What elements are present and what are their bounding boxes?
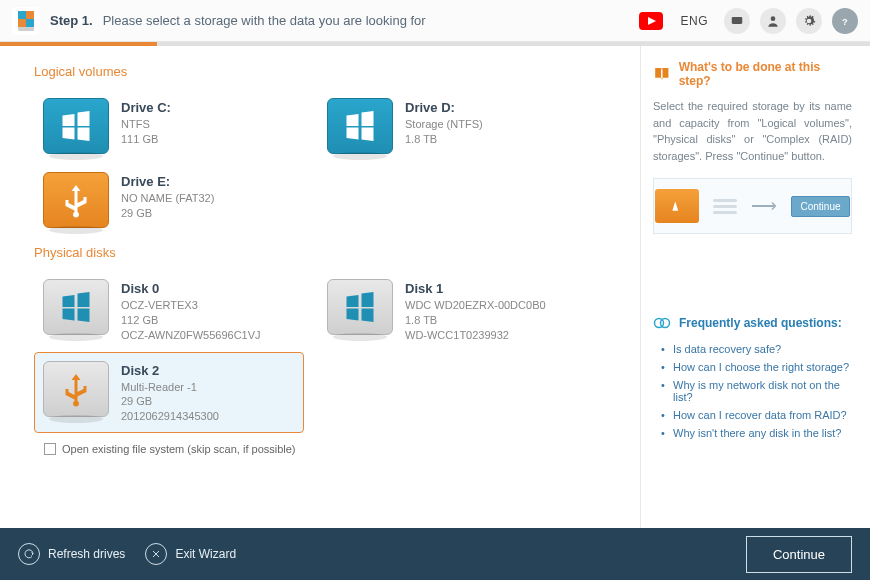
storage-card[interactable]: Drive E:NO NAME (FAT32)29 GB <box>34 163 304 237</box>
user-button[interactable] <box>760 8 786 34</box>
drive-size: 29 GB <box>121 394 219 409</box>
drive-fs: NO NAME (FAT32) <box>121 191 214 206</box>
book-icon <box>653 65 671 83</box>
faq-link[interactable]: Why is my network disk not on the list? <box>661 376 852 406</box>
open-existing-label: Open existing file system (skip scan, if… <box>62 443 296 455</box>
storage-card[interactable]: Drive D:Storage (NTFS)1.8 TB <box>318 89 588 163</box>
step-label: Step 1. <box>50 13 93 28</box>
svg-point-3 <box>771 16 776 21</box>
storage-card[interactable]: Disk 2Multi-Reader -129 GB20120629143453… <box>34 352 304 434</box>
section-physical-disks: Physical disks <box>34 245 618 260</box>
svg-text:?: ? <box>842 16 848 26</box>
drive-model: Multi-Reader -1 <box>121 380 219 395</box>
drive-size: 1.8 TB <box>405 313 546 328</box>
drive-serial: 2012062914345300 <box>121 409 219 424</box>
drive-name: Drive E: <box>121 174 214 189</box>
faq-icon <box>653 314 671 332</box>
step-description: Please select a storage with the data yo… <box>103 13 426 28</box>
storage-card[interactable]: Disk 1WDC WD20EZRX-00DC0B01.8 TBWD-WCC1T… <box>318 270 588 352</box>
storage-card[interactable]: Drive C:NTFS111 GB <box>34 89 304 163</box>
drive-model: WDC WD20EZRX-00DC0B0 <box>405 298 546 313</box>
continue-button[interactable]: Continue <box>746 536 852 573</box>
drive-name: Drive C: <box>121 100 171 115</box>
drive-icon <box>43 361 109 417</box>
exit-wizard-button[interactable]: Exit Wizard <box>145 543 236 565</box>
help-panel: What's to be done at this step? Select t… <box>640 46 870 528</box>
mini-drive-icon <box>655 189 699 223</box>
help-title: What's to be done at this step? <box>679 60 852 88</box>
faq-title: Frequently asked questions: <box>679 316 842 330</box>
faq-link[interactable]: How can I recover data from RAID? <box>661 406 852 424</box>
storage-list: Logical volumes Drive C:NTFS111 GBDrive … <box>0 46 640 528</box>
drive-icon <box>327 98 393 154</box>
drive-name: Disk 1 <box>405 281 546 296</box>
drive-size: 111 GB <box>121 132 171 147</box>
drive-icon <box>43 279 109 335</box>
refresh-icon <box>18 543 40 565</box>
refresh-label: Refresh drives <box>48 547 125 561</box>
drive-fs: Storage (NTFS) <box>405 117 483 132</box>
arrow-icon: ⟶ <box>751 195 777 217</box>
main-area: Logical volumes Drive C:NTFS111 GBDrive … <box>0 46 870 528</box>
refresh-drives-button[interactable]: Refresh drives <box>18 543 125 565</box>
svg-rect-2 <box>732 16 743 23</box>
feedback-button[interactable] <box>724 8 750 34</box>
help-illustration: ⟶ Continue <box>653 178 852 234</box>
exit-label: Exit Wizard <box>175 547 236 561</box>
youtube-icon[interactable] <box>638 12 664 30</box>
language-selector[interactable]: ENG <box>674 14 714 28</box>
drive-icon <box>327 279 393 335</box>
drive-model: OCZ-VERTEX3 <box>121 298 261 313</box>
svg-rect-0 <box>18 27 34 31</box>
drive-serial: OCZ-AWNZ0FW55696C1VJ <box>121 328 261 343</box>
drive-fs: NTFS <box>121 117 171 132</box>
help-button[interactable]: ? <box>832 8 858 34</box>
app-logo <box>12 7 40 35</box>
drive-size: 29 GB <box>121 206 214 221</box>
drive-size: 1.8 TB <box>405 132 483 147</box>
checkbox-icon <box>44 443 56 455</box>
drive-serial: WD-WCC1T0239932 <box>405 328 546 343</box>
drive-icon <box>43 98 109 154</box>
drive-name: Disk 0 <box>121 281 261 296</box>
drive-size: 112 GB <box>121 313 261 328</box>
section-logical-volumes: Logical volumes <box>34 64 618 79</box>
close-icon <box>145 543 167 565</box>
footer: Refresh drives Exit Wizard Continue <box>0 528 870 580</box>
open-existing-checkbox[interactable]: Open existing file system (skip scan, if… <box>44 443 618 455</box>
faq-link[interactable]: Is data recovery safe? <box>661 340 852 358</box>
faq-link[interactable]: How can I choose the right storage? <box>661 358 852 376</box>
faq-link[interactable]: Why isn't there any disk in the list? <box>661 424 852 442</box>
topbar: Step 1. Please select a storage with the… <box>0 0 870 42</box>
settings-button[interactable] <box>796 8 822 34</box>
illus-continue-button: Continue <box>791 196 849 217</box>
storage-card[interactable]: Disk 0OCZ-VERTEX3112 GBOCZ-AWNZ0FW55696C… <box>34 270 304 352</box>
drive-name: Drive D: <box>405 100 483 115</box>
drive-icon <box>43 172 109 228</box>
svg-point-6 <box>661 319 670 328</box>
drive-name: Disk 2 <box>121 363 219 378</box>
help-body: Select the required storage by its name … <box>653 98 852 164</box>
